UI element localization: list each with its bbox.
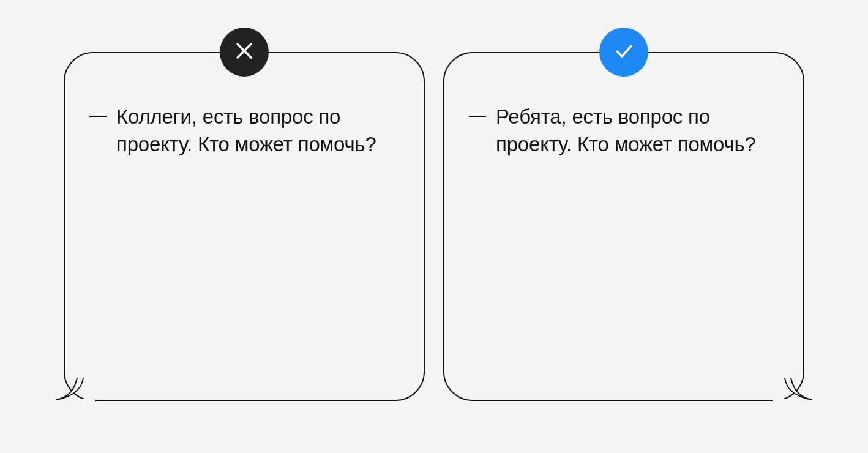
wrong-example-card: — Коллеги, есть вопрос по проекту. Кто м… [64, 52, 425, 401]
message-row: — Ребята, есть вопрос по проекту. Кто мо… [469, 103, 766, 158]
tail-mask [773, 399, 797, 401]
dash-icon: — [89, 106, 105, 125]
bubble-tail-right-icon [779, 376, 815, 401]
bubble-tail-left-icon [53, 376, 89, 401]
message-text: Коллеги, есть вопрос по проекту. Кто мож… [116, 103, 380, 158]
dash-icon: — [469, 106, 485, 125]
correct-badge [599, 28, 648, 77]
tail-mask [71, 399, 95, 401]
speech-bubble-wrong: — Коллеги, есть вопрос по проекту. Кто м… [64, 52, 425, 401]
correct-example-card: — Ребята, есть вопрос по проекту. Кто мо… [443, 52, 804, 401]
wrong-badge [220, 28, 269, 77]
x-icon [233, 39, 256, 65]
speech-bubble-correct: — Ребята, есть вопрос по проекту. Кто мо… [443, 52, 804, 401]
message-row: — Коллеги, есть вопрос по проекту. Кто м… [89, 103, 387, 158]
check-icon [611, 38, 637, 66]
message-text: Ребята, есть вопрос по проекту. Кто може… [496, 103, 759, 158]
